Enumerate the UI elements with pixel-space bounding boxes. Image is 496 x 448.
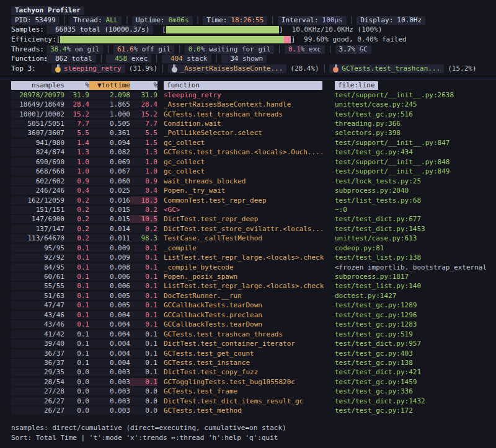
cumulative-pct-cell: 0.1 — [130, 359, 157, 367]
direct-pct-cell: 1.3 — [64, 148, 89, 156]
file-line-cell: unittest/case.py:613 — [329, 234, 496, 242]
nsamples-cell: 29/35 — [11, 368, 64, 376]
direct-pct-cell: 7.7 — [64, 120, 89, 128]
table-row: 47/47 0.1 0.005 0.1 GCCallbackTests.tear… — [0, 301, 496, 310]
samples-bar-fill — [166, 26, 279, 33]
function-cell: TestCase._callTestMethod — [157, 234, 329, 242]
tottime-cell: 0.505 — [89, 120, 130, 128]
cumulative-pct-cell: 15.2 — [130, 110, 157, 118]
cumulative-pct-cell: 1.5 — [130, 139, 157, 147]
gil-wait-chip: 0.0% waiting for gil — [185, 45, 274, 54]
file-line-cell: test/test_gc.py:1296 — [329, 311, 496, 319]
tottime-cell: 0.003 — [89, 378, 130, 386]
tottime-cell: 0.082 — [89, 148, 130, 156]
title-row: Tachyon Profiler — [0, 6, 496, 15]
gil-on-value: 38.4 — [50, 45, 67, 54]
table-row: 147/6900 0.2 0.015 10.5 DictTest.test_re… — [0, 214, 496, 224]
file-line-cell: doctest.py:1427 — [329, 292, 496, 300]
top3-label: Top 3: — [11, 64, 46, 74]
separator: │ — [99, 54, 104, 64]
cumulative-pct-cell: 5.5 — [130, 129, 157, 137]
functions-exec-chip: 458 exec — [106, 55, 151, 63]
function-cell: DictTest.test_repr_deep — [157, 215, 329, 223]
function-cell: DocTestRunner.__run — [157, 292, 329, 300]
direct-pct-cell: 0.1 — [64, 292, 89, 300]
tottime-cell: 0.009 — [89, 244, 130, 252]
tottime-cell: 0.004 — [89, 320, 130, 328]
table-row: 28/54 0.0 0.003 0.1 GCTogglingTests.test… — [0, 377, 496, 387]
function-cell: GCTests.test_method — [157, 406, 329, 415]
table-row: 246/246 0.4 0.025 0.4 Popen._try_wait su… — [0, 186, 496, 195]
cumulative-pct-cell: 0.0 — [130, 397, 157, 405]
cumulative-pct-cell: 0.1 — [130, 253, 157, 261]
function-cell: DictTest.test_store_evilattr.<locals... — [157, 225, 329, 233]
file-line-cell: test/support/__init__.py:849 — [329, 167, 496, 175]
exc-chip: 0.1% exc — [285, 45, 325, 54]
nsamples-cell: 27/28 — [11, 387, 64, 395]
table-row: 55/55 0.1 0.006 0.1 ListTest.test_repr_l… — [0, 281, 496, 291]
cumulative-pct-cell: 0.0 — [130, 387, 157, 395]
table-row: 95/95 0.1 0.009 0.1 _compile codeop.py:8… — [0, 244, 496, 253]
nsamples-cell: 26/27 — [11, 397, 64, 405]
separator: │ — [177, 45, 182, 55]
functions-shown-value: 34 — [230, 55, 238, 63]
nsamples-cell: 47/47 — [11, 301, 64, 309]
top3-pct: (15.2%) — [448, 64, 476, 74]
table-row: 27/28 0.0 0.003 0.0 GCTests.test_frame t… — [0, 387, 496, 396]
direct-pct-cell: 0.2 — [64, 234, 89, 242]
thread-value: ALL — [106, 16, 118, 25]
table-row: 41/42 0.1 0.004 0.1 GCTests.test_trashca… — [0, 329, 496, 338]
terminal[interactable]: Tachyon Profiler PID:53499│ Thread:ALL│ … — [0, 0, 496, 448]
nsamples-cell: 39/40 — [11, 340, 64, 348]
tottime-cell: 0.004 — [89, 359, 130, 367]
function-cell: gc_collect — [157, 167, 329, 175]
cumulative-pct-cell: 0.1 — [130, 273, 157, 281]
thread-label: Thread: — [73, 16, 102, 25]
file-line-cell: test/test_list.py:140 — [329, 282, 496, 290]
tottime-cell: 0.014 — [89, 225, 130, 233]
function-cell: _compile — [157, 244, 329, 252]
nsamples-cell: 162/12059 — [11, 196, 64, 204]
gil-off-text: % off gil — [134, 45, 171, 54]
table-row: 690/690 1.0 0.069 1.0 gc_collect test/su… — [0, 157, 496, 167]
gold-medal-icon — [55, 64, 61, 72]
cumulative-pct-cell: 0.1 — [130, 311, 157, 319]
bronze-medal-icon — [333, 64, 339, 72]
functions-stack-chip: 404 stack — [162, 55, 211, 63]
function-cell: Popen._try_wait — [157, 187, 329, 195]
direct-pct-cell: 0.2 — [64, 206, 89, 214]
exc-value: 0.1 — [288, 45, 301, 54]
file-line-cell: unittest/case.py:245 — [329, 100, 496, 108]
nsamples-cell: 28/54 — [11, 378, 64, 386]
table-row: 26/27 0.0 0.003 0.0 DictTest.test_dict_i… — [0, 397, 496, 406]
table-row: 36/37 0.1 0.004 0.1 GCTests.test_get_cou… — [0, 348, 496, 358]
tottime-cell: 0.004 — [89, 311, 130, 319]
table-row: 60/61 0.1 0.006 0.1 Popen._posix_spawn s… — [0, 272, 496, 281]
nsamples-cell: 18649/18649 — [11, 100, 64, 108]
keybinds-line: Sort: Total Time | 't':mode 'x':trends ↔… — [0, 433, 496, 443]
direct-pct-cell: 0.2 — [64, 196, 89, 204]
table-row: 92/92 0.1 0.009 0.1 ListTest.test_repr_l… — [0, 253, 496, 262]
file-line-cell: test/test_dict.py:1453 — [329, 225, 496, 233]
interval-value: 100µs — [322, 16, 343, 25]
cumulative-pct-cell: 18.3 — [130, 196, 157, 204]
direct-pct-cell: 1.4 — [64, 139, 89, 147]
table-row: 26/27 0.0 0.003 0.0 GCTests.test_method … — [0, 406, 496, 415]
tottime-cell: 0.361 — [89, 129, 130, 137]
functions-label: Functions: — [11, 54, 46, 64]
nsamples-cell: 95/95 — [11, 244, 64, 252]
direct-pct-cell: 0.2 — [64, 215, 89, 223]
tottime-cell: 0.011 — [89, 234, 130, 242]
function-cell: GCCallbackTests.preclean — [157, 311, 329, 319]
sort-and-keybinds: Sort: Total Time | 't':mode 'x':trends ↔… — [11, 433, 278, 443]
tottime-cell: 0.067 — [89, 167, 130, 175]
col-header-tottime-sorted: ▼tottime — [89, 81, 130, 90]
bar-open-bracket: [ — [162, 25, 166, 35]
functions-stack-value: 404 — [170, 55, 183, 63]
nsamples-cell: 20978/20979 — [11, 91, 64, 99]
functions-shown-chip: 34 shown — [221, 55, 267, 63]
tottime-cell: 0.003 — [89, 397, 130, 405]
function-cell: DictTest.test_copy_fuzz — [157, 368, 329, 376]
table-row: 39/40 0.1 0.004 0.1 DictTest.test_contai… — [0, 339, 496, 348]
cumulative-pct-cell: 0.2 — [130, 225, 157, 233]
